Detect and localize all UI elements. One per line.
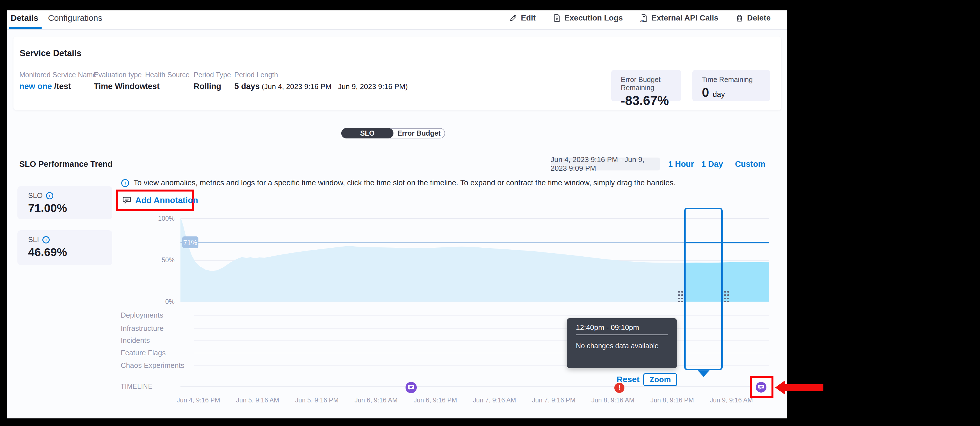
header-actions: EditExecution LogsAPIExternal API CallsD… (509, 12, 771, 24)
service-field-label: Period Type (194, 71, 231, 79)
pencil-icon (509, 14, 517, 22)
period-length-window: (Jun 4, 2023 9:16 PM - Jun 9, 2023 9:16 … (259, 82, 408, 91)
lane-label-deployments: Deployments (121, 311, 163, 319)
range-link-custom[interactable]: Custom (735, 160, 765, 169)
time-remaining-number: 0 (702, 85, 709, 100)
x-tick: Jun 8, 9:16 AM (591, 397, 634, 404)
sli-kpi-value: 46.69% (28, 246, 112, 259)
annotation-bubble-icon (757, 384, 765, 391)
time-window-selection[interactable] (684, 208, 723, 370)
lane-line (194, 353, 769, 353)
selection-left-drag-handle[interactable] (677, 289, 683, 302)
error-marker[interactable]: ! (614, 383, 624, 393)
pointer-arrow-icon (775, 380, 785, 395)
time-remaining-value: 0 day (702, 85, 770, 100)
toggle-option-error-budget[interactable]: Error Budget (393, 129, 444, 138)
screen: Details Configurations EditExecution Log… (0, 0, 980, 426)
delete-button[interactable]: Delete (735, 13, 771, 22)
api-document-icon: API (640, 14, 648, 22)
service-details-title: Service Details (20, 48, 82, 58)
service-field-1: Evaluation typeTime Window (94, 71, 146, 91)
slo-kpi-label: SLO (28, 191, 43, 200)
x-tick: Jun 6, 9:16 AM (355, 397, 398, 404)
tooltip-divider (576, 335, 668, 335)
slo-info-icon[interactable]: i (46, 192, 53, 199)
service-field-value: Rolling (194, 82, 231, 91)
external-api-calls-button[interactable]: APIExternal API Calls (640, 13, 718, 22)
edit-button[interactable]: Edit (509, 13, 536, 22)
error-budget-remaining-value: -83.67% (621, 93, 681, 108)
monitored-service-link[interactable]: new one (19, 82, 52, 91)
service-field-0: Monitored Service Namenew one /test (19, 71, 97, 91)
service-field-label: Evaluation type (94, 71, 146, 79)
range-link-1-hour[interactable]: 1 Hour (668, 160, 694, 169)
info-text: To view anomalies, metrics and logs for … (134, 179, 676, 187)
view-toggle: SLO Error Budget (341, 128, 445, 139)
lane-label-incidents: Incidents (121, 336, 150, 345)
service-field-2: Health Sourcetest (145, 71, 189, 91)
x-tick: Jun 7, 9:16 AM (473, 397, 516, 404)
x-tick: Jun 4, 9:16 PM (177, 397, 220, 404)
x-tick: Jun 5, 9:16 AM (236, 397, 279, 404)
delete-label: Delete (747, 13, 771, 22)
sli-info-icon[interactable]: i (42, 236, 50, 244)
lane-label-chaos-experiments: Chaos Experiments (121, 361, 185, 370)
timeline-axis-label: TIMELINE (121, 383, 153, 390)
lane-line (194, 315, 769, 316)
external-api-calls-label: External API Calls (651, 13, 718, 22)
slo-trend-chart[interactable]: 71% (169, 205, 775, 312)
lane-line (194, 328, 769, 329)
info-row: i To view anomalies, metrics and logs fo… (121, 179, 676, 187)
x-tick: Jun 9, 9:16 AM (710, 397, 752, 404)
service-field-4: Period Length5 days (Jun 4, 2023 9:16 PM… (234, 71, 408, 91)
zoom-button[interactable]: Zoom (643, 373, 677, 386)
x-tick: Jun 8, 9:16 PM (651, 397, 694, 404)
execution-logs-label: Execution Logs (564, 13, 623, 22)
x-tick: Jun 7, 9:16 PM (532, 397, 576, 404)
pointer-arrow-shaft (785, 384, 823, 391)
slo-kpi-label-row: SLO i (28, 191, 112, 200)
sli-kpi-label: SLI (28, 235, 39, 244)
toggle-option-slo[interactable]: SLO (341, 128, 393, 139)
error-budget-remaining-card: Error Budget Remaining -83.67% (611, 70, 681, 101)
slo-kpi-card: SLO i 71.00% (18, 186, 112, 219)
time-remaining-card: Time Remaining 0 day (692, 70, 770, 101)
service-field-value: new one /test (19, 82, 97, 91)
service-field-label: Period Length (234, 71, 408, 79)
y-tick: 0% (149, 298, 175, 306)
slo-kpi-value: 71.00% (28, 202, 112, 215)
info-icon: i (121, 179, 129, 187)
annotation-marker-highlighted[interactable] (756, 382, 767, 392)
tab-configurations[interactable]: Configurations (48, 13, 102, 23)
date-range-pill[interactable]: Jun 4, 2023 9:16 PM - Jun 9, 2023 9:09 P… (550, 158, 660, 171)
selection-right-drag-handle[interactable] (723, 289, 729, 302)
timeline-tooltip: 12:40pm - 09:10pm No changes data availa… (567, 318, 677, 368)
lane-label-feature-flags: Feature Flags (121, 348, 165, 357)
range-link-1-day[interactable]: 1 Day (701, 160, 723, 169)
lane-line (194, 365, 769, 366)
x-tick: Jun 5, 9:16 PM (295, 397, 339, 404)
y-tick: 50% (149, 256, 175, 264)
trend-section-title: SLO Performance Trend (19, 160, 113, 169)
error-budget-remaining-label: Error Budget Remaining (621, 75, 681, 92)
tab-details[interactable]: Details (11, 13, 38, 23)
service-field-3: Period TypeRolling (194, 71, 231, 91)
slo-threshold-badge-label: 71% (183, 239, 197, 247)
service-field-label: Monitored Service Name (19, 71, 97, 79)
timeline-axis-line (180, 386, 769, 387)
add-annotation-button[interactable]: Add Annotation (123, 195, 198, 205)
tooltip-message: No changes data available (576, 342, 659, 350)
svg-text:API: API (640, 19, 644, 22)
speech-bubble-icon (123, 196, 131, 205)
service-field-label: Health Source (145, 71, 189, 79)
execution-logs-button[interactable]: Execution Logs (553, 13, 623, 22)
lane-line (194, 340, 769, 341)
annotation-marker[interactable] (406, 382, 417, 393)
active-tab-underline (9, 27, 42, 29)
sli-kpi-label-row: SLI i (28, 235, 112, 244)
sli-kpi-card: SLI i 46.69% (18, 230, 112, 265)
add-annotation-label: Add Annotation (135, 195, 198, 205)
document-icon (553, 14, 561, 22)
service-field-value: 5 days (Jun 4, 2023 9:16 PM - Jun 9, 202… (234, 82, 408, 91)
edit-label: Edit (521, 13, 536, 22)
